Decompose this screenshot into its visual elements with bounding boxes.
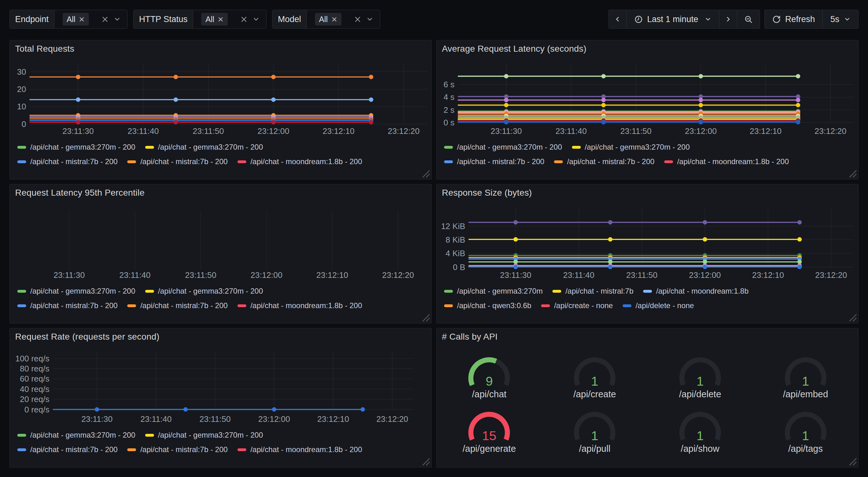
legend-item[interactable]: /api/chat - mistral:7b - 200	[554, 157, 654, 166]
series-point[interactable]	[796, 120, 800, 124]
refresh-interval-button[interactable]: 5s	[823, 10, 858, 28]
legend-item[interactable]: /api/chat - moondream:1.8b - 200	[664, 157, 789, 166]
time-range-button[interactable]: Last 1 minute	[627, 10, 719, 28]
panel-resize-handle[interactable]	[422, 314, 430, 322]
clear-selection-icon[interactable]	[240, 16, 248, 23]
series-point[interactable]	[76, 120, 80, 124]
series-point[interactable]	[174, 120, 178, 124]
series-point[interactable]	[504, 103, 508, 108]
series-point[interactable]	[601, 98, 606, 102]
legend-item[interactable]: /api/chat - gemma3:270m - 200	[444, 143, 562, 152]
refresh-button[interactable]: Refresh	[765, 10, 823, 28]
series-point[interactable]	[699, 120, 703, 124]
panel-resize-handle[interactable]	[849, 458, 857, 466]
series-point[interactable]	[174, 97, 178, 102]
legend-item[interactable]: /api/chat - gemma3:270m - 200	[145, 431, 263, 440]
panel-resize-handle[interactable]	[422, 458, 430, 466]
series-point[interactable]	[703, 220, 707, 225]
series-point[interactable]	[76, 97, 80, 102]
legend-item[interactable]: /api/chat - gemma3:270m	[444, 287, 542, 296]
clear-selection-icon[interactable]	[354, 16, 361, 23]
series-point[interactable]	[608, 237, 613, 242]
series-point[interactable]	[601, 103, 606, 108]
series-point[interactable]	[504, 120, 508, 124]
legend-item[interactable]: /api/create - none	[541, 301, 613, 310]
series-point[interactable]	[608, 220, 613, 225]
series-point[interactable]	[796, 98, 800, 102]
series-point[interactable]	[601, 120, 606, 124]
legend-item[interactable]: /api/chat - gemma3:270m - 200	[145, 143, 263, 152]
legend-item[interactable]: /api/chat - moondream:1.8b - 200	[238, 157, 362, 166]
series-point[interactable]	[504, 74, 508, 79]
panel-resize-handle[interactable]	[422, 170, 430, 178]
series-point[interactable]	[514, 220, 518, 225]
legend-item[interactable]: /api/chat - gemma3:270m - 200	[17, 431, 135, 440]
chip-remove-icon[interactable]	[79, 17, 85, 22]
clear-selection-icon[interactable]	[101, 16, 108, 23]
panel-resize-handle[interactable]	[849, 170, 857, 178]
series-point[interactable]	[369, 75, 373, 79]
legend-item[interactable]: /api/chat - moondream:1.8b - 200	[238, 445, 362, 454]
legend-item[interactable]: /api/chat - gemma3:270m - 200	[145, 287, 263, 296]
series-point[interactable]	[798, 265, 802, 269]
chip-remove-icon[interactable]	[218, 17, 224, 22]
series-point[interactable]	[271, 120, 276, 124]
legend-item[interactable]: /api/chat - mistral:7b	[552, 287, 633, 296]
series-point[interactable]	[703, 265, 707, 269]
chevron-down-icon[interactable]	[366, 16, 374, 23]
series-point[interactable]	[76, 75, 80, 79]
series-point[interactable]	[369, 97, 373, 102]
variable-http-status-chip[interactable]: All	[201, 13, 228, 26]
chip-remove-icon[interactable]	[331, 17, 337, 22]
series-point[interactable]	[361, 407, 365, 412]
time-shift-back-button[interactable]	[609, 10, 627, 28]
legend-item[interactable]: /api/chat - gemma3:270m - 200	[572, 143, 690, 152]
legend-item[interactable]: /api/chat - mistral:7b - 200	[444, 157, 544, 166]
series-point[interactable]	[699, 98, 703, 102]
zoom-out-button[interactable]	[737, 10, 760, 28]
series-point[interactable]	[699, 103, 703, 108]
panel-resize-handle[interactable]	[849, 314, 857, 322]
legend-item[interactable]: /api/chat - mistral:7b - 200	[17, 301, 118, 310]
legend-item[interactable]: /api/delete - none	[623, 301, 694, 310]
series-point[interactable]	[601, 74, 606, 79]
series-point[interactable]	[514, 237, 518, 242]
legend-item[interactable]: /api/chat - moondream:1.8b - 200	[238, 301, 362, 310]
variable-http-status-value[interactable]: All	[193, 10, 266, 28]
chevron-down-icon[interactable]	[252, 16, 260, 23]
legend-item[interactable]: /api/chat - gemma3:270m - 200	[17, 287, 135, 296]
panel-title[interactable]: # Calls by API	[442, 332, 498, 342]
legend-item[interactable]: /api/chat - qwen3:0.6b	[444, 301, 531, 310]
series-point[interactable]	[514, 265, 518, 269]
series-point[interactable]	[504, 98, 508, 102]
variable-endpoint-value[interactable]: All	[55, 10, 128, 28]
legend-item[interactable]: /api/chat - mistral:7b - 200	[17, 157, 118, 166]
series-point[interactable]	[703, 237, 707, 242]
series-point[interactable]	[183, 407, 188, 412]
legend-item[interactable]: /api/chat - mistral:7b - 200	[127, 301, 227, 310]
chevron-down-icon[interactable]	[113, 16, 121, 23]
variable-model-chip[interactable]: All	[315, 13, 341, 26]
series-point[interactable]	[272, 407, 276, 412]
series-point[interactable]	[369, 120, 373, 124]
x-tick-label: 23:12:00	[689, 270, 721, 280]
series-point[interactable]	[95, 407, 99, 412]
legend-item[interactable]: /api/chat - mistral:7b - 200	[127, 445, 227, 454]
series-point[interactable]	[174, 75, 178, 79]
legend-item[interactable]: /api/chat - moondream:1.8b	[643, 287, 749, 296]
variable-endpoint-chip[interactable]: All	[63, 13, 89, 26]
series-point[interactable]	[271, 97, 276, 102]
series-point[interactable]	[699, 74, 703, 79]
variable-model-value[interactable]: All	[307, 10, 380, 28]
legend-item[interactable]: /api/chat - mistral:7b - 200	[17, 445, 118, 454]
series-point[interactable]	[608, 265, 613, 269]
legend-item[interactable]: /api/chat - gemma3:270m - 200	[17, 143, 135, 152]
legend-label: /api/chat - gemma3:270m - 200	[30, 143, 135, 152]
series-point[interactable]	[271, 75, 276, 79]
series-point[interactable]	[798, 220, 802, 225]
series-point[interactable]	[798, 237, 802, 242]
series-point[interactable]	[796, 103, 800, 108]
time-shift-forward-button[interactable]	[719, 10, 737, 28]
series-point[interactable]	[796, 74, 800, 79]
legend-item[interactable]: /api/chat - mistral:7b - 200	[127, 157, 227, 166]
